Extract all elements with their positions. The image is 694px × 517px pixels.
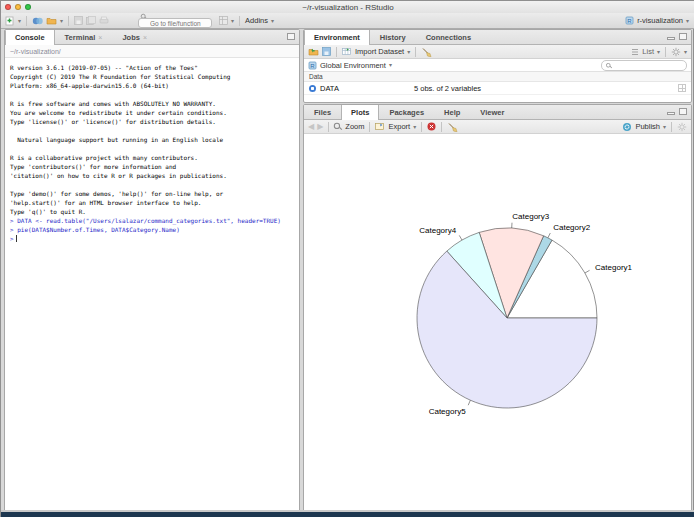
publish-caret-icon[interactable]: ▾ xyxy=(663,124,666,130)
tab-help[interactable]: Help xyxy=(434,105,470,119)
export-plot-button[interactable]: Export xyxy=(388,122,410,131)
global-environment-icon: R xyxy=(308,61,317,70)
import-dataset-button[interactable]: Import Dataset xyxy=(355,47,404,56)
clear-plots-broom-icon[interactable] xyxy=(447,122,458,132)
project-menu-button[interactable]: R r-visualization ▾ xyxy=(625,16,691,25)
tab-plots[interactable]: Plots xyxy=(341,105,379,120)
text-cursor xyxy=(16,235,17,242)
addins-caret-icon[interactable]: ▾ xyxy=(271,18,274,24)
tab-jobs[interactable]: Jobs× xyxy=(112,30,157,44)
plots-maximize-icon[interactable] xyxy=(679,108,687,115)
tab-environment[interactable]: Environment xyxy=(304,30,370,45)
goto-file-input[interactable] xyxy=(138,18,212,28)
console-commands: > DATA <- read.table("/Users/lsalazar/co… xyxy=(5,216,299,234)
pie-label-category4: Category4 xyxy=(419,226,456,235)
plots-tabbar: Files Plots Packages Help Viewer xyxy=(304,105,691,120)
import-dataset-caret-icon[interactable]: ▾ xyxy=(407,49,410,55)
tab-history[interactable]: History xyxy=(370,30,416,44)
environment-tabbar: Environment History Connections xyxy=(304,30,691,45)
remove-plot-icon[interactable] xyxy=(427,122,436,131)
environment-object-row[interactable]: DATA 5 obs. of 2 variables xyxy=(304,82,691,95)
zoom-plot-icon xyxy=(334,122,342,130)
pie-chart: Category1Category2Category3Category4Cate… xyxy=(304,134,691,512)
list-view-button[interactable]: List xyxy=(642,47,654,56)
object-summary: 5 obs. of 2 variables xyxy=(414,84,481,93)
tab-connections[interactable]: Connections xyxy=(416,30,481,44)
project-cube-icon: R xyxy=(625,16,634,25)
addins-button[interactable]: Addins xyxy=(245,16,268,25)
pie-label-tick xyxy=(459,235,462,240)
view-table-icon[interactable] xyxy=(678,84,686,92)
svg-text:R: R xyxy=(310,63,315,69)
project-name: r-visualization xyxy=(637,16,683,25)
next-plot-icon[interactable]: ▶ xyxy=(317,123,323,131)
pie-label-tick xyxy=(548,233,550,238)
pie-label-category5: Category5 xyxy=(429,407,466,416)
load-workspace-icon[interactable] xyxy=(308,47,319,56)
export-caret-icon[interactable]: ▾ xyxy=(413,124,416,130)
open-folder-icon[interactable] xyxy=(46,16,57,25)
new-file-caret-icon[interactable]: ▾ xyxy=(18,18,21,24)
console-command-line: > pie(DATA$Number.of.Times, DATA$Categor… xyxy=(10,225,299,234)
compile-report-icon[interactable] xyxy=(219,16,228,25)
environment-search-input[interactable] xyxy=(601,60,687,71)
publish-button[interactable]: Publish xyxy=(635,122,660,131)
rstudio-window: ~/r-visualization - RStudio ▾ ▾ xyxy=(0,0,694,517)
plots-toolbar: ◀ ▶ Zoom Export ▾ xyxy=(304,120,691,134)
tab-packages[interactable]: Packages xyxy=(379,105,434,119)
console-panel: Console Terminal× Jobs× ~/r-visualizatio… xyxy=(4,29,300,512)
plots-panel: Files Plots Packages Help Viewer ◀ ▶ xyxy=(303,104,692,512)
object-name: DATA xyxy=(320,84,339,93)
tab-console[interactable]: Console xyxy=(5,30,55,45)
svg-text:R: R xyxy=(627,18,632,24)
console-prompt[interactable]: > xyxy=(5,234,299,243)
window-title: ~/r-visualization - RStudio xyxy=(1,3,694,12)
save-workspace-icon[interactable] xyxy=(322,47,331,56)
export-plot-icon xyxy=(375,122,385,131)
pie-label-category1: Category1 xyxy=(595,263,632,272)
tab-terminal[interactable]: Terminal× xyxy=(55,30,113,44)
save-icon[interactable] xyxy=(74,16,83,25)
environment-scope-row: R Global Environment ▾ xyxy=(304,59,691,72)
environment-gear-icon[interactable] xyxy=(671,47,681,57)
new-project-icon[interactable] xyxy=(32,16,43,26)
print-icon[interactable] xyxy=(99,16,109,25)
compile-caret-icon[interactable]: ▾ xyxy=(231,18,234,24)
plots-gear-icon[interactable] xyxy=(677,122,687,132)
publish-icon xyxy=(622,122,632,132)
console-tabbar: Console Terminal× Jobs× xyxy=(5,30,299,45)
zoom-plot-button[interactable]: Zoom xyxy=(345,122,364,131)
list-view-icon xyxy=(631,48,639,56)
list-view-caret-icon[interactable]: ▾ xyxy=(657,49,660,55)
dataframe-expand-icon[interactable] xyxy=(309,85,316,92)
close-terminal-icon[interactable]: × xyxy=(98,34,102,41)
open-caret-icon[interactable]: ▾ xyxy=(60,18,63,24)
console-maximize-icon[interactable] xyxy=(287,33,295,40)
main-toolbar: ▾ ▾ ▾ Addins xyxy=(1,13,694,29)
plot-area: Category1Category2Category3Category4Cate… xyxy=(304,134,691,512)
project-caret-icon: ▾ xyxy=(686,18,689,24)
environment-maximize-icon[interactable] xyxy=(679,33,687,40)
pie-label-category3: Category3 xyxy=(512,212,549,221)
new-file-icon[interactable] xyxy=(5,16,15,26)
console-output: R version 3.6.1 (2019-07-05) -- "Action … xyxy=(5,58,299,216)
global-environment-dropdown[interactable]: Global Environment xyxy=(320,61,386,70)
environment-gear-caret-icon[interactable]: ▾ xyxy=(684,49,687,55)
close-jobs-icon[interactable]: × xyxy=(143,34,147,41)
title-bar: ~/r-visualization - RStudio xyxy=(1,1,694,13)
save-all-icon[interactable] xyxy=(86,16,96,25)
previous-plot-icon[interactable]: ◀ xyxy=(308,123,314,131)
desktop-edge xyxy=(1,512,694,517)
environment-minimize-icon[interactable] xyxy=(667,37,675,40)
environment-panel: Environment History Connections xyxy=(303,29,692,103)
global-environment-caret-icon[interactable]: ▾ xyxy=(389,62,392,68)
tab-viewer[interactable]: Viewer xyxy=(470,105,514,119)
environment-section-header: Data xyxy=(304,72,691,82)
import-dataset-icon xyxy=(342,47,352,56)
pie-label-category2: Category2 xyxy=(553,223,590,232)
clear-workspace-broom-icon[interactable] xyxy=(421,47,432,57)
environment-search-icon xyxy=(606,63,612,69)
tab-files[interactable]: Files xyxy=(304,105,341,119)
console-working-dir[interactable]: ~/r-visualization/ xyxy=(5,45,299,58)
plots-minimize-icon[interactable] xyxy=(667,112,675,115)
